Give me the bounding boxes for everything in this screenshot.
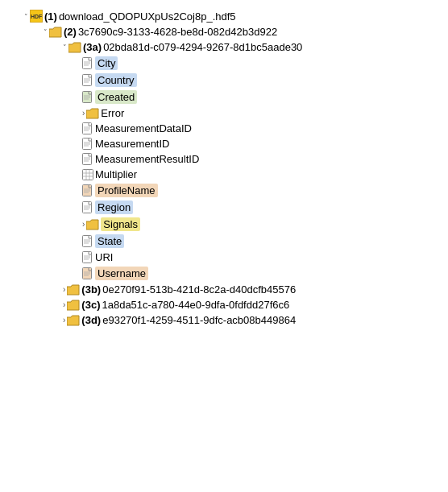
child-measurementdataid-label: MeasurementDataID bbox=[95, 122, 192, 134]
expand-arrow-level3a[interactable] bbox=[63, 43, 67, 52]
list-item[interactable]: MeasurementID bbox=[8, 136, 448, 151]
expand-arrow-root[interactable] bbox=[24, 12, 28, 21]
tree-node-level3a[interactable]: (3a) 02bda81d-c079-4294-9267-8d1bc5aade3… bbox=[8, 39, 448, 55]
tree-node-root[interactable]: HDF5 (1) download_QDOPUXpUs2Coj8p_.hdf5 bbox=[8, 8, 448, 24]
level3a-label: 02bda81d-c079-4294-9267-8d1bc5aade30 bbox=[103, 41, 302, 53]
doc-icon bbox=[82, 267, 93, 279]
level2-label: 3c7690c9-3133-4628-be8d-082d42b3d922 bbox=[78, 26, 277, 38]
list-item[interactable]: Error bbox=[8, 105, 448, 121]
child-error-label: Error bbox=[101, 107, 124, 119]
svg-text:HDF5: HDF5 bbox=[31, 14, 43, 19]
expand-arrow-signals[interactable] bbox=[82, 220, 85, 229]
hdf-icon: HDF5 bbox=[30, 10, 43, 23]
child-uri-label: URI bbox=[95, 251, 113, 263]
level3b-label: 0e270f91-513b-421d-8c2a-d40dcfb45576 bbox=[102, 283, 296, 296]
child-profilename-label: ProfileName bbox=[95, 184, 158, 197]
folder-icon-signals bbox=[86, 219, 99, 230]
level3d-prefix: (3d) bbox=[81, 314, 101, 326]
list-item[interactable]: Region bbox=[8, 199, 448, 216]
svg-rect-37 bbox=[83, 169, 93, 180]
doc-icon bbox=[82, 91, 93, 103]
level3c-prefix: (3c) bbox=[81, 299, 100, 311]
doc-icon bbox=[82, 153, 93, 165]
root-label: (1) bbox=[44, 10, 57, 23]
child-username-label: Username bbox=[95, 267, 148, 280]
folder-icon-level3b bbox=[67, 284, 80, 296]
expand-arrow-level2[interactable] bbox=[44, 27, 48, 36]
grid-icon bbox=[82, 169, 93, 180]
folder-icon-level2 bbox=[49, 27, 62, 38]
doc-icon bbox=[82, 122, 93, 134]
expand-arrow-level3b[interactable] bbox=[63, 285, 65, 294]
doc-icon bbox=[82, 138, 93, 150]
doc-icon bbox=[82, 201, 93, 213]
child-multiplier-label: Multiplier bbox=[95, 168, 137, 180]
doc-icon bbox=[82, 74, 93, 86]
child-country-label: Country bbox=[95, 73, 137, 87]
list-item[interactable]: Country bbox=[8, 72, 448, 89]
child-city-label: City bbox=[95, 56, 118, 70]
file-tree: HDF5 (1) download_QDOPUXpUs2Coj8p_.hdf5 … bbox=[0, 8, 448, 328]
list-item[interactable]: Username bbox=[8, 265, 448, 282]
folder-icon-level3c bbox=[67, 300, 80, 311]
tree-node-level3c[interactable]: (3c) 1a8da51c-a780-44e0-9dfa-0fdfdd27f6c… bbox=[8, 297, 448, 312]
doc-icon bbox=[82, 184, 93, 196]
folder-icon-level3d bbox=[67, 315, 80, 326]
tree-node-level3b[interactable]: (3b) 0e270f91-513b-421d-8c2a-d40dcfb4557… bbox=[8, 282, 448, 297]
list-item[interactable]: ProfileName bbox=[8, 182, 448, 199]
list-item[interactable]: Multiplier bbox=[8, 167, 448, 182]
child-measurementresultid-label: MeasurementResultID bbox=[95, 153, 199, 165]
level3b-prefix: (3b) bbox=[81, 283, 101, 296]
doc-icon bbox=[82, 251, 93, 263]
tree-node-level3d[interactable]: (3d) e93270f1-4259-4511-9dfc-acb08b44986… bbox=[8, 312, 448, 328]
list-item[interactable]: Created bbox=[8, 89, 448, 105]
level3d-label: e93270f1-4259-4511-9dfc-acb08b449864 bbox=[102, 314, 296, 326]
level3a-prefix: (3a) bbox=[83, 41, 102, 53]
expand-arrow-level3d[interactable] bbox=[63, 316, 65, 325]
child-signals-label: Signals bbox=[101, 217, 140, 231]
child-state-label: State bbox=[95, 234, 124, 248]
expand-arrow-error[interactable] bbox=[82, 109, 85, 118]
list-item[interactable]: State bbox=[8, 233, 448, 250]
list-item[interactable]: City bbox=[8, 55, 448, 72]
folder-icon-error bbox=[86, 108, 99, 119]
level3c-label: 1a8da51c-a780-44e0-9dfa-0fdfdd27f6c6 bbox=[102, 299, 289, 311]
expand-arrow-level3c[interactable] bbox=[63, 300, 65, 309]
child-region-label: Region bbox=[95, 201, 133, 214]
root-filename: download_QDOPUXpUs2Coj8p_.hdf5 bbox=[59, 10, 236, 23]
list-item[interactable]: Signals bbox=[8, 216, 448, 233]
level2-prefix: (2) bbox=[64, 26, 77, 38]
folder-icon-level3a bbox=[68, 42, 81, 53]
tree-node-level2[interactable]: (2) 3c7690c9-3133-4628-be8d-082d42b3d922 bbox=[8, 24, 448, 39]
list-item[interactable]: URI bbox=[8, 250, 448, 265]
child-created-label: Created bbox=[95, 90, 137, 104]
list-item[interactable]: MeasurementDataID bbox=[8, 121, 448, 136]
doc-icon bbox=[82, 57, 93, 69]
doc-icon bbox=[82, 235, 93, 247]
list-item[interactable]: MeasurementResultID bbox=[8, 151, 448, 167]
child-measurementid-label: MeasurementID bbox=[95, 138, 169, 150]
